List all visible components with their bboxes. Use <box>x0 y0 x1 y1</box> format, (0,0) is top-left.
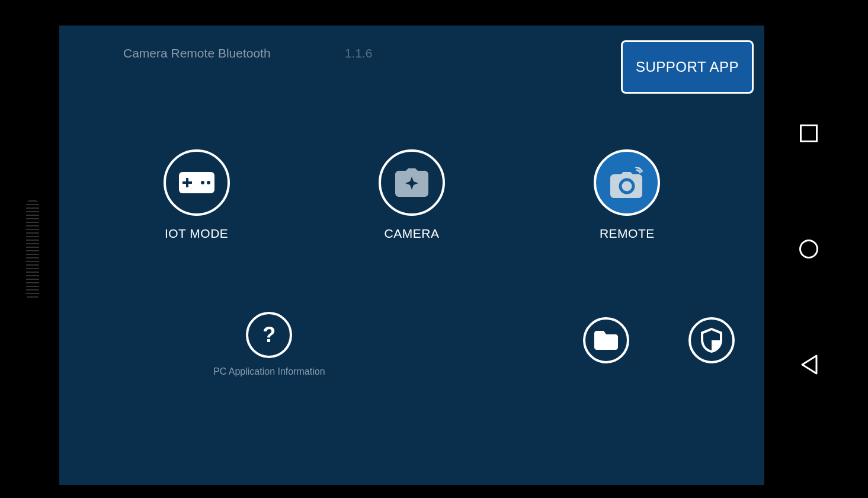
back-triangle-icon <box>800 355 818 375</box>
square-icon <box>800 124 818 142</box>
question-icon: ? <box>246 312 292 358</box>
circle-icon <box>799 240 818 258</box>
camera-label: CAMERA <box>385 226 440 241</box>
pc-info-label: PC Application Information <box>213 366 325 377</box>
app-version: 1.1.6 <box>345 46 373 60</box>
home-button[interactable] <box>797 238 820 260</box>
remote-button[interactable]: REMOTE <box>544 149 710 241</box>
device-frame: Camera Remote Bluetooth 1.1.6 SUPPORT AP… <box>5 5 863 493</box>
svg-rect-2 <box>182 181 192 184</box>
folder-button[interactable] <box>583 317 629 363</box>
app-title: Camera Remote Bluetooth <box>123 46 271 60</box>
svg-point-3 <box>201 181 204 184</box>
support-app-button[interactable]: SUPPORT APP <box>621 40 754 94</box>
folder-icon <box>594 331 618 350</box>
android-nav-bar <box>754 5 863 493</box>
app-screen: Camera Remote Bluetooth 1.1.6 SUPPORT AP… <box>59 25 764 485</box>
back-button[interactable] <box>797 353 820 376</box>
svg-point-4 <box>207 181 210 184</box>
camera-remote-icon <box>594 149 660 216</box>
pc-application-info-button[interactable]: ? PC Application Information <box>213 312 325 377</box>
header: Camera Remote Bluetooth 1.1.6 SUPPORT AP… <box>59 25 764 60</box>
shield-icon <box>701 328 722 353</box>
camera-enhance-icon <box>379 149 445 216</box>
camera-button[interactable]: CAMERA <box>329 149 495 241</box>
remote-label: REMOTE <box>600 226 655 241</box>
mode-grid: IOT MODE CAMERA <box>59 149 764 241</box>
bottom-icons <box>583 317 735 372</box>
recents-button[interactable] <box>797 122 820 145</box>
iot-mode-label: IOT MODE <box>165 226 228 241</box>
iot-mode-button[interactable]: IOT MODE <box>114 149 280 241</box>
speaker-grille <box>26 200 39 298</box>
security-button[interactable] <box>688 317 735 363</box>
gamepad-icon <box>164 149 230 216</box>
